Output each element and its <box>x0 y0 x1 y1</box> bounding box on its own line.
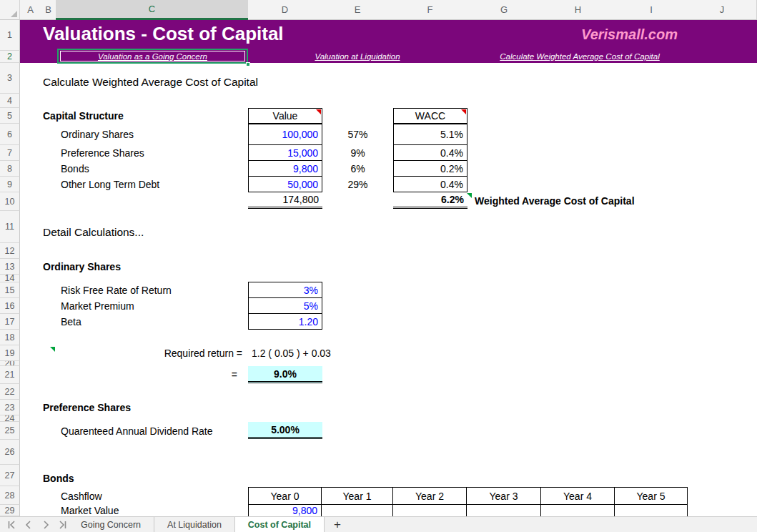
link-at-liquidation[interactable]: Valuation at Liquidation <box>307 51 407 61</box>
year-header-cell[interactable]: Year 1 <box>322 488 393 504</box>
row-header-21[interactable]: 21 <box>0 366 20 384</box>
input-beta[interactable]: 1.20 <box>248 313 322 330</box>
label-dividend-rate: Quarenteed Annual Dividend Rate <box>61 423 247 439</box>
weight-bonds[interactable]: 6% <box>322 161 394 177</box>
input-risk-free-rate[interactable]: 3% <box>248 282 322 298</box>
value-preference-shares[interactable]: 15,000 <box>248 144 322 161</box>
column-header-d[interactable]: D <box>248 0 322 20</box>
required-return-result[interactable]: 9.0% <box>248 366 322 383</box>
value-other-debt[interactable]: 50,000 <box>248 176 322 192</box>
row-header-2[interactable]: 2 <box>0 51 20 63</box>
row-header-28[interactable]: 28 <box>0 486 20 505</box>
column-header-i[interactable]: I <box>615 0 688 20</box>
column-header-h[interactable]: H <box>541 0 615 20</box>
row-header-16[interactable]: 16 <box>0 298 20 314</box>
label-market-value: Market Value <box>61 505 204 516</box>
column-header-g[interactable]: G <box>467 0 542 20</box>
total-wacc-cell[interactable]: 6.2% <box>393 192 467 209</box>
row-header-29[interactable]: 29 <box>0 505 20 516</box>
sheet-heading: Calculate Weighted Average Cost of Capit… <box>43 74 343 91</box>
row-header-11[interactable]: 11 <box>0 211 20 243</box>
total-value-cell[interactable]: 174,800 <box>248 192 322 209</box>
row-header-10[interactable]: 10 <box>0 192 20 211</box>
row-header-19[interactable]: 19 <box>0 345 20 361</box>
market-value-cell[interactable] <box>322 505 393 516</box>
tab-cost-of-capital[interactable]: Cost of Capital <box>235 517 325 532</box>
weight-preference-shares[interactable]: 9% <box>322 145 394 161</box>
market-value-cell[interactable] <box>393 505 467 516</box>
input-market-premium[interactable]: 5% <box>248 297 322 314</box>
label-beta: Beta <box>61 314 239 330</box>
row-header-14[interactable]: 14 <box>0 275 20 282</box>
wacc-bonds[interactable]: 0.2% <box>393 160 467 177</box>
row-label-ordinary-shares: Ordinary Shares <box>61 124 239 145</box>
weight-other-debt[interactable]: 29% <box>322 177 394 192</box>
row-header-7[interactable]: 7 <box>0 145 20 161</box>
row-header-24[interactable]: 24 <box>0 415 20 422</box>
row-header-18[interactable]: 18 <box>0 330 20 345</box>
value-bonds[interactable]: 9,800 <box>248 160 322 177</box>
column-header-f[interactable]: F <box>393 0 467 20</box>
row-header-6[interactable]: 6 <box>0 124 20 145</box>
add-sheet-button[interactable]: + <box>325 517 350 532</box>
row-header-1[interactable]: 1 <box>0 20 20 51</box>
row-header-27[interactable]: 27 <box>0 465 20 486</box>
column-header-j[interactable]: J <box>688 0 757 20</box>
link-calculate-wacc[interactable]: Calculate Weighted Average Cost of Capit… <box>488 51 672 61</box>
market-value-year0-cell[interactable]: 9,800 <box>249 505 322 516</box>
tab-at-liquidation[interactable]: At Liquidation <box>154 517 235 532</box>
row-header-5[interactable]: 5 <box>0 108 20 124</box>
row-header-20[interactable]: 20 <box>0 361 20 366</box>
row-header-22[interactable]: 22 <box>0 384 20 400</box>
dividend-rate-value[interactable]: 5.00% <box>248 422 322 439</box>
year-header-cell[interactable]: Year 3 <box>467 488 541 504</box>
previous-sheet-icon[interactable] <box>23 520 34 530</box>
market-value-cell[interactable] <box>615 505 687 516</box>
wacc-header-cell[interactable]: WACC <box>393 108 467 124</box>
column-header-b[interactable]: B <box>41 0 56 20</box>
row-header-25[interactable]: 25 <box>0 422 20 440</box>
market-value-cell[interactable] <box>541 505 615 516</box>
spreadsheet-app: A B C D E F G H I J 1 2 3 4 5 6 7 8 9 10… <box>0 0 757 532</box>
column-header-e[interactable]: E <box>322 0 394 20</box>
row-header-9[interactable]: 9 <box>0 177 20 192</box>
year-header-cell[interactable]: Year 5 <box>615 488 687 504</box>
preference-shares-title: Preference Shares <box>43 400 222 415</box>
wacc-preference-shares[interactable]: 0.4% <box>393 144 467 161</box>
wacc-header-label: WACC <box>415 110 445 122</box>
row-header-4[interactable]: 4 <box>0 94 20 108</box>
sheet-nav-buttons <box>0 517 68 532</box>
market-value-cell[interactable] <box>467 505 541 516</box>
wacc-other-debt[interactable]: 0.4% <box>393 176 467 192</box>
row-header-13[interactable]: 13 <box>0 259 20 275</box>
label-risk-free-rate: Risk Free Rate of Return <box>61 282 239 298</box>
comment-indicator-icon <box>316 109 321 114</box>
detail-heading: Detail Calculations... <box>43 224 272 241</box>
cell-selection-border <box>57 49 248 64</box>
value-ordinary-shares[interactable]: 100,000 <box>248 124 322 145</box>
row-header-12[interactable]: 12 <box>0 243 20 259</box>
row-header-3[interactable]: 3 <box>0 63 20 94</box>
row-header-26[interactable]: 26 <box>0 440 20 465</box>
smart-tag-icon <box>467 193 472 198</box>
year-header-cell[interactable]: Year 0 <box>249 488 322 504</box>
selection-fill-handle[interactable] <box>246 62 250 66</box>
row-header-23[interactable]: 23 <box>0 400 20 415</box>
select-all-corner[interactable] <box>0 0 20 20</box>
select-all-icon <box>11 11 17 17</box>
first-sheet-icon[interactable] <box>6 520 16 530</box>
last-sheet-icon[interactable] <box>57 520 68 530</box>
tab-going-concern[interactable]: Going Concern <box>68 517 154 532</box>
year-header-cell[interactable]: Year 2 <box>393 488 467 504</box>
weight-ordinary-shares[interactable]: 57% <box>322 124 394 145</box>
row-header-17[interactable]: 17 <box>0 314 20 330</box>
value-header-label: Value <box>273 110 298 122</box>
year-header-cell[interactable]: Year 4 <box>541 488 615 504</box>
value-header-cell[interactable]: Value <box>248 108 322 124</box>
column-header-a[interactable]: A <box>20 0 41 20</box>
column-header-c[interactable]: C <box>56 0 249 20</box>
row-header-8[interactable]: 8 <box>0 161 20 177</box>
row-header-15[interactable]: 15 <box>0 282 20 298</box>
wacc-ordinary-shares[interactable]: 5.1% <box>393 124 467 145</box>
next-sheet-icon[interactable] <box>40 520 51 530</box>
